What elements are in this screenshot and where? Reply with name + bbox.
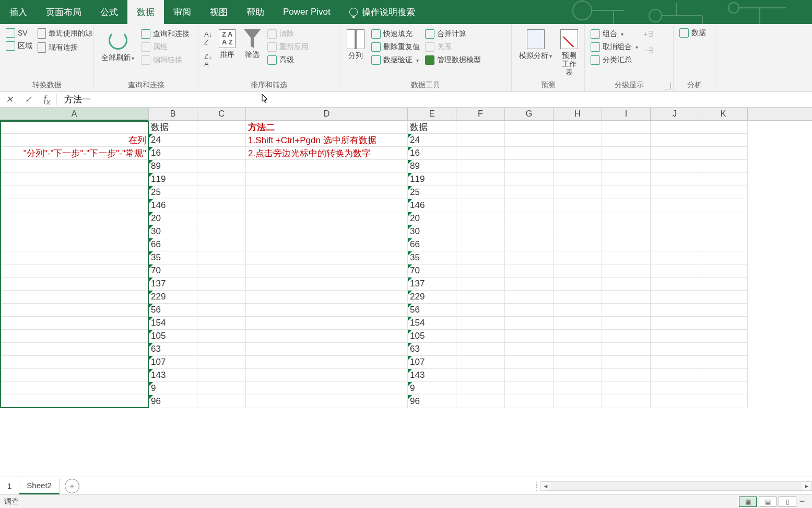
- cell[interactable]: [456, 251, 505, 264]
- cell[interactable]: [554, 225, 602, 238]
- cell[interactable]: [554, 199, 602, 212]
- spreadsheet-grid[interactable]: ABCDEFGHIJK 数据方法二数据在列241.Shift +Ctrl+Pgd…: [0, 108, 812, 477]
- cell[interactable]: 70: [149, 264, 197, 278]
- column-header-E[interactable]: E: [408, 108, 456, 120]
- cell[interactable]: [602, 212, 651, 225]
- cell[interactable]: [505, 173, 554, 186]
- column-header-I[interactable]: I: [602, 108, 651, 120]
- normal-view-button[interactable]: ▦: [739, 497, 757, 507]
- cell[interactable]: [699, 278, 748, 291]
- cell[interactable]: [554, 186, 602, 199]
- cell[interactable]: [651, 264, 699, 278]
- column-header-B[interactable]: B: [149, 108, 197, 120]
- cell[interactable]: [554, 291, 602, 304]
- cell[interactable]: [246, 369, 408, 382]
- cell[interactable]: [505, 225, 554, 238]
- cell[interactable]: [699, 199, 748, 212]
- cell[interactable]: [505, 134, 554, 147]
- sort-asc-button[interactable]: A↓Z: [203, 29, 214, 47]
- cell[interactable]: [0, 121, 149, 134]
- cell[interactable]: 154: [408, 317, 456, 330]
- cell[interactable]: 63: [408, 343, 456, 356]
- cell[interactable]: [699, 330, 748, 343]
- cell[interactable]: [246, 212, 408, 225]
- sheet-tab-1[interactable]: 1: [0, 478, 19, 493]
- cell[interactable]: [246, 251, 408, 264]
- cell[interactable]: [0, 382, 149, 395]
- cell[interactable]: [197, 343, 246, 356]
- cell[interactable]: [505, 160, 554, 173]
- column-header-H[interactable]: H: [554, 108, 602, 120]
- column-headers[interactable]: ABCDEFGHIJK: [0, 108, 812, 121]
- cell[interactable]: [554, 173, 602, 186]
- cell[interactable]: [505, 238, 554, 251]
- cell[interactable]: [651, 356, 699, 369]
- cell[interactable]: [651, 369, 699, 382]
- cell[interactable]: [602, 317, 651, 330]
- cell[interactable]: [197, 238, 246, 251]
- cell[interactable]: 89: [408, 160, 456, 173]
- data-validation-button[interactable]: 数据验证▾: [370, 54, 421, 66]
- cell[interactable]: [554, 278, 602, 291]
- cell[interactable]: [699, 382, 748, 395]
- cell[interactable]: [0, 369, 149, 382]
- cell[interactable]: [699, 343, 748, 356]
- cell[interactable]: [505, 382, 554, 395]
- cell[interactable]: 在列: [0, 134, 149, 147]
- cell[interactable]: [456, 173, 505, 186]
- cell[interactable]: [505, 199, 554, 212]
- cell[interactable]: [554, 395, 602, 408]
- cell[interactable]: [505, 121, 554, 134]
- scroll-right-button[interactable]: ►: [802, 482, 811, 490]
- cell[interactable]: 107: [408, 356, 456, 369]
- cell[interactable]: [456, 147, 505, 160]
- fx-button[interactable]: fx: [38, 94, 56, 106]
- cell[interactable]: [0, 251, 149, 264]
- cell[interactable]: [699, 134, 748, 147]
- cell[interactable]: [651, 199, 699, 212]
- cell[interactable]: [554, 238, 602, 251]
- column-header-J[interactable]: J: [651, 108, 699, 120]
- cell[interactable]: [0, 212, 149, 225]
- cell[interactable]: [651, 317, 699, 330]
- cell[interactable]: [197, 147, 246, 160]
- data-model-button[interactable]: 管理数据模型: [423, 54, 483, 66]
- cell[interactable]: [554, 134, 602, 147]
- recent-sources-button[interactable]: 最近使用的源: [36, 27, 94, 40]
- cell[interactable]: [554, 212, 602, 225]
- cell[interactable]: [456, 330, 505, 343]
- cell[interactable]: 105: [149, 330, 197, 343]
- cell[interactable]: 20: [408, 212, 456, 225]
- cell[interactable]: [651, 343, 699, 356]
- cell[interactable]: 119: [408, 173, 456, 186]
- cell[interactable]: [602, 330, 651, 343]
- cell[interactable]: [197, 199, 246, 212]
- cell[interactable]: 66: [408, 238, 456, 251]
- tab-审阅[interactable]: 审阅: [164, 0, 201, 24]
- cell[interactable]: [0, 291, 149, 304]
- cell[interactable]: 137: [408, 278, 456, 291]
- remove-duplicates-button[interactable]: 删除重复值: [370, 41, 421, 53]
- horizontal-scrollbar[interactable]: ◄ ►: [540, 481, 812, 491]
- cell[interactable]: [554, 160, 602, 173]
- cell[interactable]: [651, 395, 699, 408]
- cell[interactable]: [197, 382, 246, 395]
- cell[interactable]: [602, 147, 651, 160]
- cell[interactable]: [197, 121, 246, 134]
- cell[interactable]: [197, 356, 246, 369]
- cell[interactable]: [246, 173, 408, 186]
- cell[interactable]: [197, 330, 246, 343]
- scroll-left-button[interactable]: ◄: [541, 482, 550, 490]
- cell[interactable]: [0, 304, 149, 317]
- cell[interactable]: 96: [408, 395, 456, 408]
- outline-dialog-launcher[interactable]: [664, 83, 671, 89]
- column-header-A[interactable]: A: [0, 108, 149, 120]
- cell[interactable]: [554, 369, 602, 382]
- page-break-button[interactable]: ▯: [779, 497, 796, 507]
- cell[interactable]: 96: [149, 395, 197, 408]
- existing-connections-button[interactable]: 现有连接: [36, 41, 94, 54]
- cell[interactable]: [602, 160, 651, 173]
- cell[interactable]: [246, 382, 408, 395]
- cell[interactable]: 137: [149, 278, 197, 291]
- tab-Power Pivot[interactable]: Power Pivot: [274, 0, 340, 24]
